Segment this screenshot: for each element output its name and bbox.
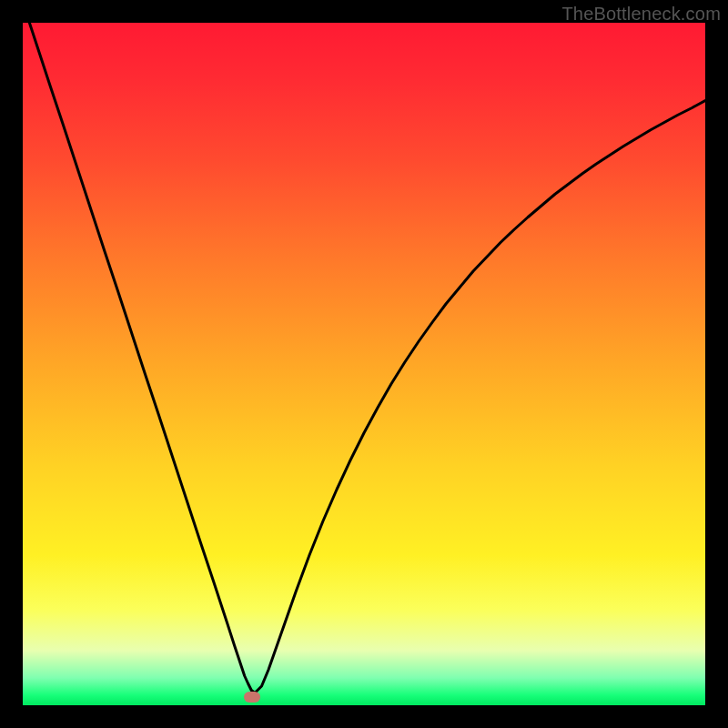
watermark-text: TheBottleneck.com xyxy=(561,4,721,25)
curve-path xyxy=(23,23,705,693)
chart-area xyxy=(23,23,705,705)
optimum-marker-icon xyxy=(244,692,260,703)
chart-curve xyxy=(23,23,705,705)
